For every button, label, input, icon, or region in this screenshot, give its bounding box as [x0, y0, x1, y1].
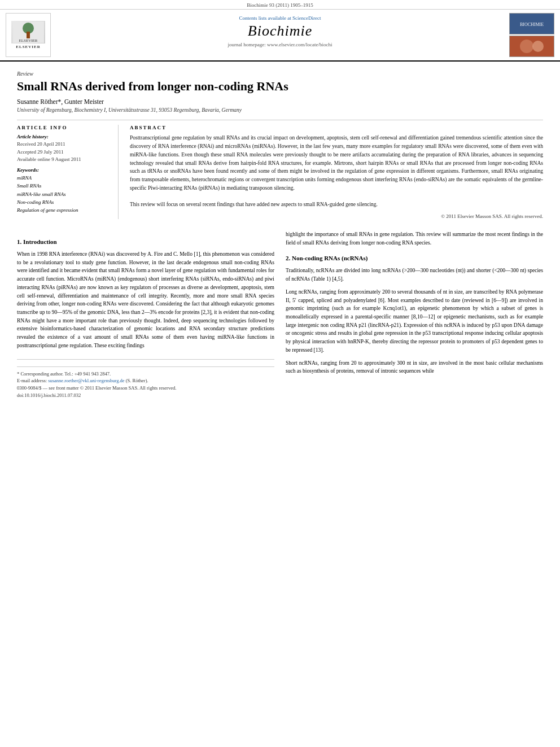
section1-heading: 1. Introduction — [17, 237, 274, 247]
svg-point-8 — [532, 41, 544, 52]
citation-bar: Biochimie 93 (2011) 1905–1915 — [0, 0, 560, 10]
svg-text:BIOCHIMIE: BIOCHIMIE — [520, 22, 544, 27]
abstract-text: Posttranscriptional gene regulation by s… — [130, 134, 543, 208]
journal-center: Contents lists available at ScienceDirec… — [51, 13, 509, 57]
section2-para1: Traditionally, ncRNAs are divided into l… — [286, 267, 543, 283]
svg-rect-2 — [27, 32, 30, 38]
section1-para1: When in 1998 RNA interference (RNAi) was… — [17, 250, 274, 350]
article-info: Article Info Article history: Received 2… — [17, 125, 119, 219]
article-info-title: Article Info — [17, 125, 111, 130]
svg-point-7 — [520, 40, 533, 53]
citation-text: Biochimie 93 (2011) 1905–1915 — [247, 2, 313, 8]
keyword-regulation: Regulation of gene expression — [17, 206, 111, 214]
section2-heading: 2. Non-coding RNAs (ncRNAs) — [286, 254, 543, 263]
received-date: Received 20 April 2011 — [17, 141, 111, 148]
article-title: Small RNAs derived from longer non-codin… — [17, 79, 543, 94]
section2-para2: Long ncRNAs, ranging from approximately … — [286, 288, 543, 355]
contents-line: Contents lists available at ScienceDirec… — [62, 15, 498, 21]
article-affiliation: University of Regensburg, Biochemistry I… — [17, 107, 543, 113]
journal-title: Biochimie — [62, 23, 498, 40]
keywords-label: Keywords: — [17, 167, 111, 173]
elsevier-logo-image: ELSEVIER — [11, 21, 45, 43]
keyword-mirna: miRNA — [17, 174, 111, 182]
abstract-section: Abstract Posttranscriptional gene regula… — [130, 125, 543, 219]
keyword-small-rnas: Small RNAs — [17, 182, 111, 190]
journal-header: ELSEVIER ELSEVIER Contents lists availab… — [0, 10, 560, 62]
footnote-corresponding: * Corresponding author. Tel.: +49 941 94… — [17, 370, 274, 378]
sciencedirect-link[interactable]: ScienceDirect — [292, 15, 321, 21]
article-history-label: Article history: — [17, 134, 111, 139]
article-meta: Article Info Article history: Received 2… — [17, 120, 543, 219]
abstract-title: Abstract — [130, 125, 543, 130]
elsevier-logo: ELSEVIER ELSEVIER — [6, 13, 51, 57]
body-left-column: 1. Introduction When in 1998 RNA interfe… — [17, 230, 274, 399]
footnote-email-address[interactable]: susanne.roether@vkl.uni-regensburg.de — [48, 378, 124, 383]
section1-para-end: highlight the importance of small RNAs i… — [286, 230, 543, 247]
copyright-line: © 2011 Elsevier Masson SAS. All rights r… — [130, 213, 543, 219]
article-type: Review — [17, 71, 543, 77]
footnote-email: E-mail address: susanne.roether@vkl.uni-… — [17, 377, 274, 385]
article-authors: Susanne Röther*, Gunter Meister — [17, 98, 543, 105]
footnotes: * Corresponding author. Tel.: +49 941 94… — [17, 359, 274, 399]
journal-homepage: journal homepage: www.elsevier.com/locat… — [62, 42, 498, 47]
article-body: 1. Introduction When in 1998 RNA interfe… — [17, 230, 543, 399]
svg-text:ELSEVIER: ELSEVIER — [19, 38, 37, 43]
footnote-divider — [17, 366, 274, 367]
journal-right-images: BIOCHIMIE — [509, 13, 554, 57]
body-right-column: highlight the importance of small RNAs i… — [286, 230, 543, 399]
journal-cover-image-2 — [509, 36, 554, 57]
section2-para3: Short ncRNAs, ranging from 20 to approxi… — [286, 359, 543, 375]
available-date: Available online 9 August 2011 — [17, 156, 111, 164]
elsevier-text: ELSEVIER — [16, 45, 40, 49]
keyword-mirna-like: miRNA-like small RNAs — [17, 190, 111, 198]
article-content: Review Small RNAs derived from longer no… — [0, 62, 560, 410]
footnote-issn: 0300-9084/$ — see front matter © 2011 El… — [17, 385, 274, 392]
footnote-doi: doi:10.1016/j.biochi.2011.07.032 — [17, 392, 274, 399]
accepted-date: Accepted 29 July 2011 — [17, 148, 111, 156]
journal-cover-image-1: BIOCHIMIE — [509, 13, 554, 34]
keyword-non-coding: Non-coding RNAs — [17, 198, 111, 206]
